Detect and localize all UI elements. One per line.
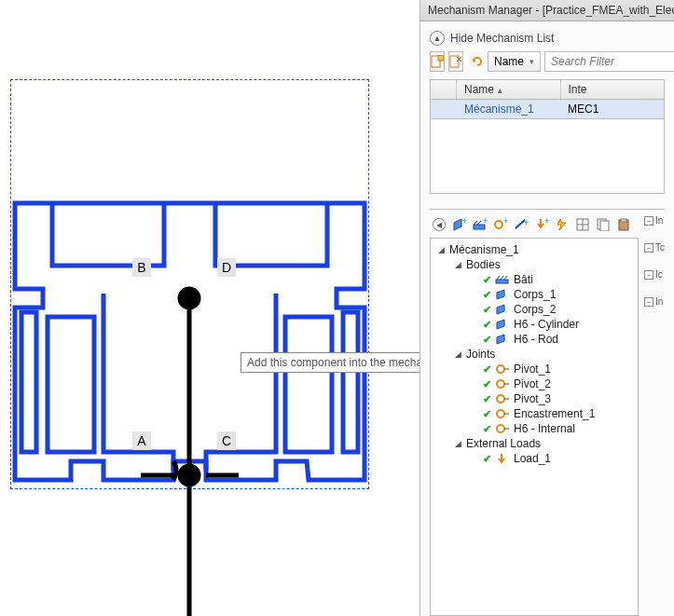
search-input[interactable] <box>544 51 674 72</box>
mechanism-list-area[interactable] <box>430 119 665 194</box>
expander-icon[interactable]: ◢ <box>453 349 462 359</box>
svg-line-14 <box>477 221 481 225</box>
add-joint-button[interactable]: + <box>491 215 510 234</box>
diagram-label-c: C <box>217 431 236 450</box>
copy-button[interactable] <box>594 215 612 234</box>
check-icon: ✔ <box>483 363 491 376</box>
svg-rect-9 <box>438 55 444 61</box>
tree-group-external-loads[interactable]: ◢ External Loads <box>433 436 636 451</box>
expander-icon[interactable]: ◢ <box>453 260 462 269</box>
tree-item-joint[interactable]: ✔Pivot_2 <box>433 376 636 391</box>
doc-plus-icon <box>431 55 444 68</box>
body-icon <box>495 318 510 331</box>
add-link-button[interactable]: + <box>512 215 530 234</box>
new-mechanism-button[interactable] <box>430 51 445 72</box>
tree-item-load[interactable]: ✔Load_1 <box>433 451 636 466</box>
check-icon: ✔ <box>483 334 491 346</box>
mechanism-row[interactable]: Mécanisme_1 MEC1 <box>430 100 665 119</box>
svg-point-16 <box>495 221 502 228</box>
mechanism-tree[interactable]: ◢ Mécanisme_1 ◢ Bodies ✔Bâti✔Corps_1✔Cor… <box>430 238 639 616</box>
mechanism-manager-panel: Mechanism Manager - [Practice_FMEA_with_… <box>420 0 674 616</box>
grid-button[interactable] <box>573 215 592 234</box>
side-tab-strip: –In –Tc –Ic –In <box>644 210 665 616</box>
refresh-arrow-icon <box>471 55 484 68</box>
mechanism-table-header[interactable]: Name Inte <box>430 79 665 100</box>
tree-item-body[interactable]: ✔H6 - Cylinder <box>433 317 636 332</box>
reload-button[interactable] <box>471 51 484 72</box>
svg-line-13 <box>474 221 477 225</box>
svg-point-36 <box>497 395 504 403</box>
tree-group-joints[interactable]: ◢ Joints <box>433 347 636 362</box>
svg-point-32 <box>497 365 504 373</box>
collapse-button[interactable]: ◀ <box>430 215 448 234</box>
diagram-label-d: D <box>217 258 236 277</box>
svg-rect-28 <box>496 280 508 283</box>
svg-point-3 <box>180 289 199 308</box>
check-icon: ✔ <box>483 453 491 465</box>
tree-item-joint[interactable]: ✔Pivot_3 <box>433 391 636 406</box>
svg-line-31 <box>504 276 507 280</box>
side-tab[interactable]: –Tc <box>644 242 665 253</box>
body-icon <box>495 333 510 346</box>
svg-line-30 <box>501 276 503 280</box>
side-tab[interactable]: –In <box>644 215 665 226</box>
hide-mechanism-list-toggle[interactable]: ▲ Hide Mechanism List <box>430 31 665 46</box>
joint-icon <box>495 363 510 376</box>
tree-item-body[interactable]: ✔H6 - Rod <box>433 332 636 347</box>
paste-button[interactable] <box>614 215 633 234</box>
expander-icon[interactable]: ◢ <box>453 439 462 448</box>
tree-group-bodies[interactable]: ◢ Bodies <box>433 257 636 272</box>
svg-text:+: + <box>544 217 549 226</box>
check-icon: ✔ <box>483 319 491 331</box>
diagram-label-a: A <box>132 431 151 450</box>
check-icon: ✔ <box>483 289 491 301</box>
tree-root[interactable]: ◢ Mécanisme_1 <box>433 242 636 257</box>
svg-point-38 <box>497 410 504 418</box>
body-icon <box>495 303 510 316</box>
svg-rect-25 <box>600 221 609 231</box>
svg-point-40 <box>497 425 504 432</box>
tree-item-body[interactable]: ✔Corps_1 <box>433 287 636 302</box>
thunder-button[interactable] <box>553 215 571 234</box>
check-icon: ✔ <box>483 423 491 435</box>
delete-mechanism-button[interactable] <box>448 51 463 72</box>
body-icon <box>495 288 510 301</box>
tree-item-joint[interactable]: ✔H6 - Internal <box>433 421 636 436</box>
svg-text:+: + <box>483 217 488 226</box>
add-load-button[interactable]: + <box>532 215 551 234</box>
tree-item-joint[interactable]: ✔Pivot_1 <box>433 362 636 376</box>
joint-icon <box>495 422 510 435</box>
svg-line-29 <box>497 276 500 280</box>
panel-title: Mechanism Manager - [Practice_FMEA_with_… <box>420 0 674 21</box>
tree-item-body[interactable]: ✔Corps_2 <box>433 302 636 317</box>
svg-rect-27 <box>621 219 626 222</box>
mechanism-diagram <box>10 79 369 616</box>
svg-text:+: + <box>462 217 467 226</box>
check-icon: ✔ <box>483 378 491 390</box>
expander-icon[interactable]: ◢ <box>436 245 446 254</box>
load-icon <box>495 452 510 465</box>
col-name[interactable]: Name <box>457 80 561 99</box>
row-name[interactable]: Mécanisme_1 <box>457 100 560 118</box>
frame-icon <box>495 273 510 286</box>
list-toolbar: Name <box>430 51 665 72</box>
check-icon: ✔ <box>483 393 491 405</box>
hide-list-label: Hide Mechanism List <box>450 32 554 45</box>
doc-x-icon <box>449 55 462 68</box>
side-tab[interactable]: –Ic <box>644 269 665 280</box>
check-icon: ✔ <box>483 274 491 286</box>
check-icon: ✔ <box>483 408 491 420</box>
tree-item-joint[interactable]: ✔Encastrement_1 <box>433 406 636 421</box>
diagram-label-b: B <box>132 258 151 277</box>
side-tab[interactable]: –In <box>644 296 665 307</box>
sort-selector[interactable]: Name <box>488 51 541 72</box>
add-frame-button[interactable]: + <box>471 215 489 234</box>
add-body-button[interactable]: + <box>450 215 469 234</box>
svg-text:+: + <box>503 217 508 226</box>
tree-item-body[interactable]: ✔Bâti <box>433 272 636 287</box>
joint-icon <box>495 392 510 405</box>
svg-point-4 <box>180 466 199 485</box>
col-internal[interactable]: Inte <box>561 80 665 99</box>
diagram-canvas[interactable]: B D A C Add this component into the mech… <box>0 0 420 616</box>
joint-icon <box>495 407 510 420</box>
